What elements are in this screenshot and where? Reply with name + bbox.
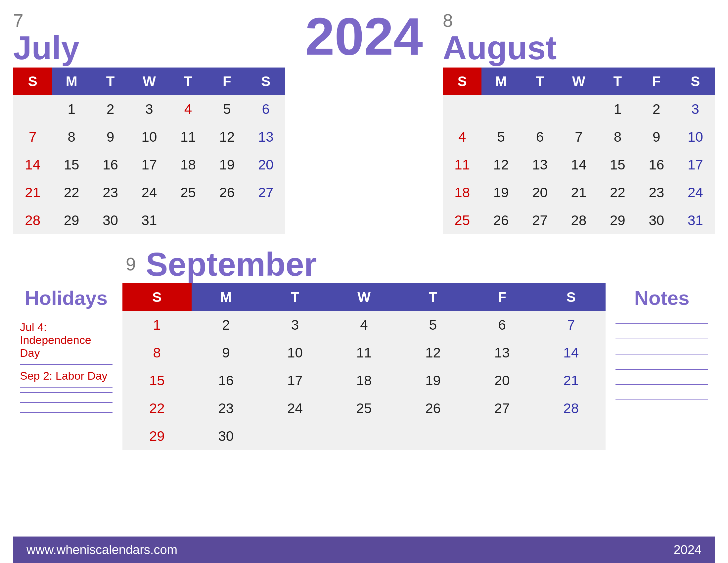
table-row: 24 xyxy=(676,179,715,207)
table-row: 16 xyxy=(192,367,261,395)
table-row: 16 xyxy=(91,151,130,179)
table-row: 21 xyxy=(559,179,598,207)
note-line-4 xyxy=(615,369,708,370)
july-fri-header: F xyxy=(207,68,246,95)
table-row: 3 xyxy=(260,311,330,339)
table-row: 15 xyxy=(52,151,91,179)
table-row: 3 xyxy=(676,95,715,123)
table-row: 5 xyxy=(398,311,468,339)
july-title: July xyxy=(13,31,285,64)
table-row: 23 xyxy=(91,179,130,207)
table-row: 2 xyxy=(91,95,130,123)
table-row: 19 xyxy=(207,151,246,179)
top-header-row: 7 July S M T W T F S 1234567891011121 xyxy=(13,10,715,234)
sep-sun-header: S xyxy=(122,283,192,311)
aug-fri-header: F xyxy=(637,68,676,95)
year-display: 2024 xyxy=(305,10,423,63)
sep-wed-header: W xyxy=(330,283,399,311)
table-row xyxy=(536,422,606,450)
table-row xyxy=(207,207,246,234)
table-row: 9 xyxy=(637,123,676,151)
table-row: 14 xyxy=(536,339,606,367)
table-row: 17 xyxy=(676,151,715,179)
note-line-5 xyxy=(615,384,708,385)
table-row: 12 xyxy=(207,123,246,151)
table-row: 19 xyxy=(398,367,468,395)
table-row: 27 xyxy=(247,179,286,207)
table-row xyxy=(398,422,468,450)
table-row xyxy=(260,422,330,450)
table-row: 18 xyxy=(443,179,481,207)
july-number: 7 xyxy=(13,10,23,31)
table-row xyxy=(559,95,598,123)
table-row: 24 xyxy=(260,395,330,422)
sep-thu-header: T xyxy=(398,283,468,311)
table-row xyxy=(443,95,481,123)
table-row: 20 xyxy=(468,367,537,395)
table-row: 31 xyxy=(130,207,168,234)
year-center: 2024 xyxy=(285,10,443,63)
table-row: 7 xyxy=(536,311,606,339)
table-row: 7 xyxy=(559,123,598,151)
holidays-panel: Holidays Jul 4: Independence Day Sep 2: … xyxy=(13,283,119,537)
table-row: 5 xyxy=(481,123,520,151)
table-row: 2 xyxy=(637,95,676,123)
note-line-1 xyxy=(615,323,708,324)
notes-title: Notes xyxy=(615,287,708,309)
holiday-item-2: Sep 2: Labor Day xyxy=(20,365,113,388)
july-sat-header: S xyxy=(247,68,286,95)
table-row: 30 xyxy=(91,207,130,234)
table-row: 11 xyxy=(330,339,399,367)
table-row xyxy=(247,207,286,234)
august-header: 8 August xyxy=(443,10,715,64)
footer-year: 2024 xyxy=(673,543,702,557)
table-row xyxy=(13,95,52,123)
july-thu-header: T xyxy=(169,68,207,95)
aug-sat-header: S xyxy=(676,68,715,95)
table-row: 20 xyxy=(247,151,286,179)
table-row: 26 xyxy=(398,395,468,422)
aug-tue-header: T xyxy=(521,68,559,95)
table-row: 30 xyxy=(192,422,261,450)
table-row: 2 xyxy=(192,311,261,339)
table-row: 8 xyxy=(52,123,91,151)
july-section: 7 July S M T W T F S 1234567891011121 xyxy=(13,10,285,234)
table-row: 25 xyxy=(443,207,481,234)
table-row: 28 xyxy=(13,207,52,234)
holiday-line-3 xyxy=(20,392,113,393)
table-row: 18 xyxy=(169,151,207,179)
july-sun-header: S xyxy=(13,68,52,95)
sep-number: 9 xyxy=(126,254,136,275)
table-row: 15 xyxy=(598,151,637,179)
july-wed-header: W xyxy=(130,68,168,95)
table-row xyxy=(330,422,399,450)
table-row: 31 xyxy=(676,207,715,234)
table-row: 25 xyxy=(169,179,207,207)
table-row xyxy=(481,95,520,123)
footer: www.wheniscalendars.com 2024 xyxy=(13,537,715,563)
table-row: 28 xyxy=(536,395,606,422)
aug-wed-header: W xyxy=(559,68,598,95)
sep-mon-header: M xyxy=(192,283,261,311)
table-row: 26 xyxy=(207,179,246,207)
calendar-page: 7 July S M T W T F S 1234567891011121 xyxy=(0,0,728,563)
table-row: 11 xyxy=(169,123,207,151)
table-row: 9 xyxy=(91,123,130,151)
table-row: 10 xyxy=(676,123,715,151)
table-row: 11 xyxy=(443,151,481,179)
table-row: 5 xyxy=(207,95,246,123)
table-row: 13 xyxy=(468,339,537,367)
spacer-1 xyxy=(13,234,715,248)
sep-header-row: 9 September xyxy=(13,248,715,281)
table-row: 6 xyxy=(247,95,286,123)
table-row: 27 xyxy=(468,395,537,422)
september-calendar-block: S M T W T F S 12345678910111213141516171… xyxy=(119,283,609,537)
table-row: 1 xyxy=(122,311,192,339)
notes-panel: Notes xyxy=(609,283,715,537)
sep-tue-header: T xyxy=(260,283,330,311)
table-row: 14 xyxy=(559,151,598,179)
holiday-item-1: Jul 4: Independence Day xyxy=(20,316,113,365)
aug-mon-header: M xyxy=(481,68,520,95)
table-row: 25 xyxy=(330,395,399,422)
table-row: 6 xyxy=(468,311,537,339)
